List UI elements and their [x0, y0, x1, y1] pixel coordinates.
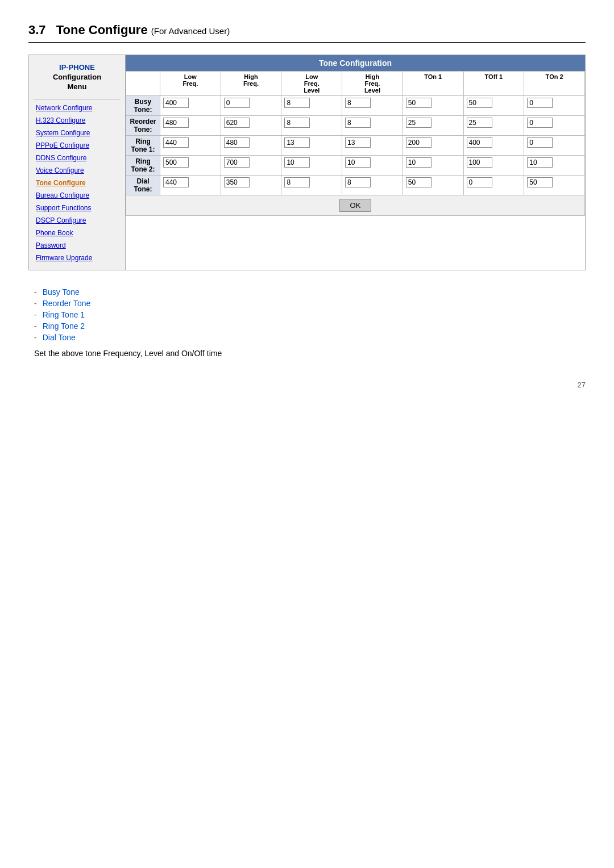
- input-low-level-row1[interactable]: [284, 118, 310, 128]
- sidebar-link-system-configure[interactable]: System Configure: [29, 127, 125, 139]
- sidebar-link-phone-book[interactable]: Phone Book: [29, 227, 125, 239]
- bullet-text: Dial Tone: [43, 333, 76, 342]
- heading-subtitle: (For Advanced User): [151, 26, 230, 36]
- sidebar-link-bureau-configure[interactable]: Bureau Configure: [29, 189, 125, 202]
- sidebar: IP-PHONE Configuration Menu Network Conf…: [29, 55, 126, 270]
- input-toff1-row4[interactable]: [467, 177, 492, 187]
- input-high-freq-row3[interactable]: [224, 157, 250, 168]
- list-item: -Dial Tone: [34, 333, 586, 342]
- bullet-dash: -: [34, 299, 37, 308]
- input-high-freq-row0[interactable]: [224, 98, 250, 108]
- tone-table-body: BusyTone:ReorderTone:RingTone 1:RingTone…: [126, 96, 585, 195]
- input-high-level-row4[interactable]: [345, 177, 371, 187]
- input-high-freq-row2[interactable]: [224, 137, 250, 148]
- table-row: RingTone 2:: [126, 156, 585, 176]
- brand-ip-phone: IP-PHONE: [59, 63, 95, 72]
- sidebar-link-network-configure[interactable]: Network Configure: [29, 102, 125, 114]
- ok-button[interactable]: OK: [339, 199, 372, 212]
- bullet-text: Ring Tone 1: [43, 310, 85, 319]
- row-label-3: RingTone 2:: [126, 156, 160, 176]
- cell-toff1-row1: [463, 116, 524, 136]
- main-layout: IP-PHONE Configuration Menu Network Conf…: [28, 55, 586, 270]
- input-toff1-row2[interactable]: [467, 137, 492, 148]
- hdr-ton2: TOn 2: [524, 72, 585, 96]
- input-low-level-row2[interactable]: [284, 137, 310, 148]
- cell-high-level-row2: [342, 136, 403, 156]
- table-header-row: LowFreq. HighFreq. LowFreq.Level HighFre…: [126, 72, 585, 96]
- hdr-toff1: TOff 1: [463, 72, 524, 96]
- brand-menu: Menu: [68, 82, 87, 91]
- list-item: -Busy Tone: [34, 287, 586, 297]
- input-ton2-row3[interactable]: [527, 157, 553, 168]
- sidebar-link-ddns-configure[interactable]: DDNS Configure: [29, 152, 125, 164]
- input-low-freq-row4[interactable]: [163, 177, 189, 187]
- cell-low-freq-row3: [160, 156, 221, 176]
- cell-low-freq-row1: [160, 116, 221, 136]
- input-toff1-row3[interactable]: [467, 157, 492, 168]
- input-ton2-row1[interactable]: [527, 118, 553, 128]
- table-row: ReorderTone:: [126, 116, 585, 136]
- input-high-freq-row1[interactable]: [224, 118, 250, 128]
- bullet-dash: -: [34, 310, 37, 319]
- input-ton1-row2[interactable]: [406, 137, 432, 148]
- bullet-dash: -: [34, 322, 37, 331]
- input-low-level-row4[interactable]: [284, 177, 310, 187]
- input-high-freq-row4[interactable]: [224, 177, 250, 187]
- input-ton1-row1[interactable]: [406, 118, 432, 128]
- input-ton1-row3[interactable]: [406, 157, 432, 168]
- sidebar-link-pppoe-configure[interactable]: PPPoE Configure: [29, 139, 125, 152]
- input-low-freq-row0[interactable]: [163, 98, 189, 108]
- input-low-level-row3[interactable]: [284, 157, 310, 168]
- cell-low-level-row3: [281, 156, 342, 176]
- input-low-freq-row2[interactable]: [163, 137, 189, 148]
- cell-ton2-row1: [524, 116, 585, 136]
- input-ton1-row0[interactable]: [406, 98, 432, 108]
- input-high-level-row1[interactable]: [345, 118, 371, 128]
- cell-high-level-row4: [342, 176, 403, 195]
- heading-title: Tone Configure: [56, 23, 148, 37]
- cell-high-level-row3: [342, 156, 403, 176]
- input-toff1-row0[interactable]: [467, 98, 492, 108]
- input-ton1-row4[interactable]: [406, 177, 432, 187]
- bullet-text: Reorder Tone: [43, 299, 91, 308]
- sidebar-link-tone-configure[interactable]: Tone Configure: [29, 177, 125, 189]
- input-ton2-row0[interactable]: [527, 98, 553, 108]
- bullet-dash: -: [34, 287, 37, 297]
- cell-low-level-row4: [281, 176, 342, 195]
- cell-ton1-row2: [403, 136, 463, 156]
- input-ton2-row4[interactable]: [527, 177, 553, 187]
- input-low-freq-row3[interactable]: [163, 157, 189, 168]
- content-area: Tone Configuration LowFreq. HighFreq. Lo…: [126, 55, 585, 270]
- cell-toff1-row3: [463, 156, 524, 176]
- input-high-level-row3[interactable]: [345, 157, 371, 168]
- table-row: DialTone:: [126, 176, 585, 195]
- sidebar-link-support-functions[interactable]: Support Functions: [29, 202, 125, 214]
- brand-config: Configuration: [53, 73, 101, 81]
- input-low-freq-row1[interactable]: [163, 118, 189, 128]
- input-high-level-row0[interactable]: [345, 98, 371, 108]
- sidebar-link-h.323-configure[interactable]: H.323 Configure: [29, 114, 125, 127]
- input-low-level-row0[interactable]: [284, 98, 310, 108]
- sidebar-link-firmware-upgrade[interactable]: Firmware Upgrade: [29, 252, 125, 264]
- cell-ton1-row4: [403, 176, 463, 195]
- bullet-list: -Busy Tone-Reorder Tone-Ring Tone 1-Ring…: [34, 287, 586, 342]
- sidebar-brand: IP-PHONE Configuration Menu: [29, 61, 125, 94]
- cell-high-freq-row4: [221, 176, 281, 195]
- sidebar-link-password[interactable]: Password: [29, 239, 125, 252]
- cell-toff1-row2: [463, 136, 524, 156]
- row-label-1: ReorderTone:: [126, 116, 160, 136]
- cell-ton1-row3: [403, 156, 463, 176]
- hdr-high-level: HighFreq.Level: [342, 72, 403, 96]
- sidebar-nav: Network ConfigureH.323 ConfigureSystem C…: [29, 102, 125, 264]
- input-high-level-row2[interactable]: [345, 137, 371, 148]
- cell-ton2-row3: [524, 156, 585, 176]
- cell-high-freq-row0: [221, 96, 281, 116]
- description-text: Set the above tone Frequency, Level and …: [34, 349, 586, 358]
- sidebar-link-dscp-configure[interactable]: DSCP Configure: [29, 214, 125, 227]
- input-toff1-row1[interactable]: [467, 118, 492, 128]
- table-row: BusyTone:: [126, 96, 585, 116]
- hdr-low-freq: LowFreq.: [160, 72, 221, 96]
- input-ton2-row2[interactable]: [527, 137, 553, 148]
- sidebar-link-voice-configure[interactable]: Voice Configure: [29, 164, 125, 177]
- cell-high-level-row1: [342, 116, 403, 136]
